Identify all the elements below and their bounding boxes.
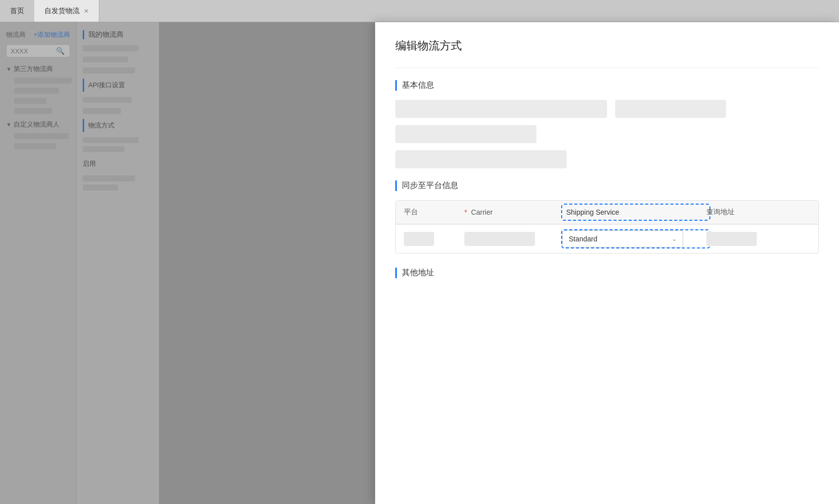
sync-heading: 同步至平台信息 bbox=[395, 180, 819, 191]
basic-field-row-1 bbox=[395, 100, 819, 118]
basic-field-row-2 bbox=[395, 125, 819, 143]
tab-bar: 首页 自发货物流 ✕ bbox=[0, 0, 839, 22]
col-shipping-header-wrapper: Shipping Service bbox=[565, 207, 706, 218]
dropdown-highlight-wrapper: Standard ⌄ bbox=[561, 229, 710, 248]
platform-skeleton bbox=[404, 232, 434, 246]
table-header: 平台 * Carrier Shipping Service 查询地址 bbox=[396, 201, 818, 224]
tab-close-icon[interactable]: ✕ bbox=[84, 8, 89, 15]
shipping-service-highlight: Shipping Service bbox=[561, 204, 710, 221]
shipping-service-dropdown[interactable]: Standard ⌄ bbox=[562, 230, 683, 247]
platform-cell bbox=[404, 232, 464, 246]
field-desc bbox=[395, 150, 567, 168]
address-skeleton bbox=[706, 232, 757, 246]
table-row: Standard ⌄ bbox=[396, 224, 818, 253]
required-mark: * bbox=[464, 208, 467, 216]
tab-logistics-label: 自发货物流 bbox=[44, 7, 80, 16]
modal-panel: 编辑物流方式 基本信息 同步至平台信息 平台 bbox=[375, 22, 839, 504]
field-code bbox=[615, 100, 726, 118]
sync-table: 平台 * Carrier Shipping Service 查询地址 bbox=[395, 200, 819, 254]
col-carrier-label: Carrier bbox=[471, 208, 493, 216]
dropdown-value: Standard bbox=[569, 235, 597, 243]
col-platform-header: 平台 bbox=[404, 208, 464, 217]
col-carrier-header: * Carrier bbox=[464, 208, 565, 216]
col-address-header: 查询地址 bbox=[706, 208, 810, 217]
main-layout: 物流商 +添加物流商 🔍 ▼ 第三方物流商 ▼ 自定义物流商人 我的物流商 A bbox=[0, 22, 839, 504]
tab-logistics[interactable]: 自发货物流 ✕ bbox=[34, 0, 99, 22]
modal-divider bbox=[395, 68, 819, 68]
other-heading: 其他地址 bbox=[395, 268, 819, 278]
tab-home[interactable]: 首页 bbox=[0, 0, 34, 22]
other-section: 其他地址 bbox=[395, 268, 819, 278]
carrier-skeleton bbox=[464, 232, 535, 246]
basic-field-row-3 bbox=[395, 150, 819, 168]
field-name bbox=[395, 100, 607, 118]
address-cell bbox=[706, 232, 810, 246]
col-shipping-label: Shipping Service bbox=[566, 208, 619, 216]
modal-title: 编辑物流方式 bbox=[395, 38, 819, 53]
carrier-cell bbox=[464, 232, 565, 246]
chevron-down-icon: ⌄ bbox=[672, 235, 677, 242]
field-type bbox=[395, 125, 536, 143]
shipping-cell: Standard ⌄ bbox=[565, 232, 706, 245]
sync-section: 同步至平台信息 平台 * Carrier Shipping Service bbox=[395, 180, 819, 254]
basic-info-heading: 基本信息 bbox=[395, 80, 819, 91]
tab-home-label: 首页 bbox=[10, 7, 24, 16]
modal-backdrop: 编辑物流方式 基本信息 同步至平台信息 平台 bbox=[0, 22, 839, 504]
